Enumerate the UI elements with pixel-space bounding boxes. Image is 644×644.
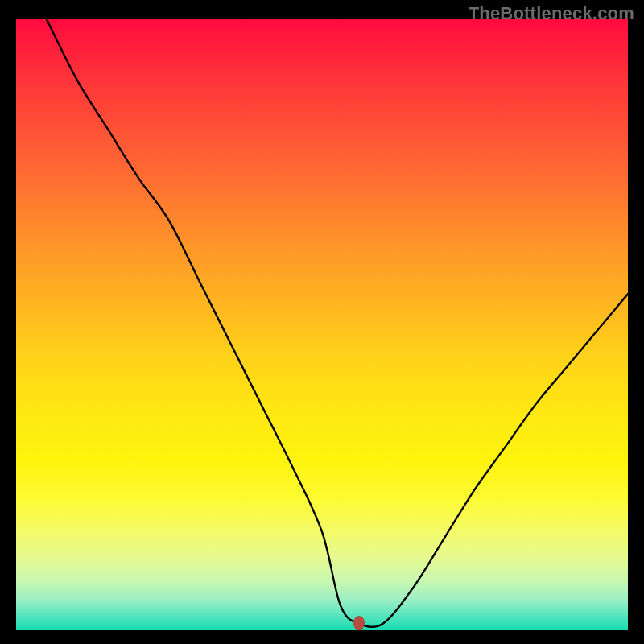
plot-area xyxy=(16,19,628,630)
bottleneck-curve xyxy=(47,19,628,627)
optimum-marker xyxy=(353,616,365,630)
chart-frame: TheBottleneck.com xyxy=(0,0,644,644)
curve-svg xyxy=(16,19,628,630)
